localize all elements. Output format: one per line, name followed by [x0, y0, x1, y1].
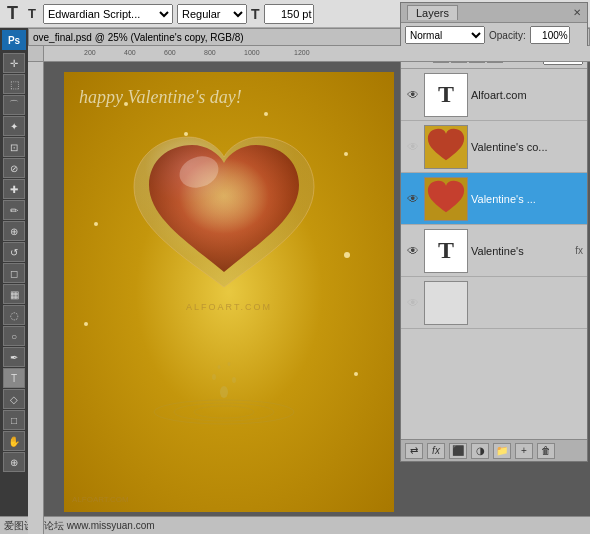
layer-item[interactable]: 👁 [401, 277, 587, 329]
layer-fx-icon: fx [575, 245, 583, 256]
svg-point-5 [212, 374, 216, 380]
font-family-select[interactable]: Edwardian Script... [43, 4, 173, 24]
heal-tool-btn[interactable]: ✚ [3, 179, 25, 199]
layer-thumb-text: T [425, 74, 467, 116]
layers-panel: Layers ✕ Normal Opacity: Lock: ▦ ✏ ✛ 🔒 F… [400, 2, 588, 462]
font-style-select[interactable]: Regular [177, 4, 247, 24]
layer-adjustment-btn[interactable]: ◑ [471, 443, 489, 459]
layers-bottom-toolbar: ⇄ fx ⬛ ◑ 📁 + 🗑 [401, 439, 587, 461]
layer-name: Valentine's co... [471, 141, 583, 153]
layer-item[interactable]: 👁 T Valentine's fx [401, 225, 587, 277]
opacity-input[interactable] [530, 26, 570, 44]
layer-thumb-text: T [425, 230, 467, 272]
layer-thumb-image [425, 126, 467, 168]
layer-thumbnail [424, 281, 468, 325]
brush-tool-btn[interactable]: ✏ [3, 200, 25, 220]
lasso-tool-btn[interactable]: ⌒ [3, 95, 25, 115]
layer-visibility-icon[interactable]: 👁 [405, 243, 421, 259]
layer-link-btn[interactable]: ⇄ [405, 443, 423, 459]
blend-mode-select[interactable]: Normal [405, 26, 485, 44]
gradient-tool-btn[interactable]: ▦ [3, 284, 25, 304]
status-text: 爱图设计论坛 www.missyuan.com [4, 519, 155, 533]
type-tool-btn[interactable]: T [3, 368, 25, 388]
heart-svg [124, 127, 324, 307]
layer-thumb-image [425, 178, 467, 220]
path-tool-btn[interactable]: ◇ [3, 389, 25, 409]
layer-name: Alfoart.com [471, 89, 583, 101]
layer-item[interactable]: 👁 T Alfoart.com [401, 69, 587, 121]
main-area: Ps ✛ ⬚ ⌒ ✦ ⊡ ⊘ ✚ ✏ ⊕ ↺ ◻ ▦ ◌ ○ ✒ T ◇ □ ✋… [0, 28, 590, 534]
layer-visibility-icon[interactable]: 👁 [405, 295, 421, 311]
shape-tool-btn[interactable]: □ [3, 410, 25, 430]
layer-group-btn[interactable]: 📁 [493, 443, 511, 459]
svg-point-3 [194, 406, 254, 418]
layer-mask-btn[interactable]: ⬛ [449, 443, 467, 459]
layer-item[interactable]: 👁 Valentine's co... [401, 121, 587, 173]
pen-tool-btn[interactable]: ✒ [3, 347, 25, 367]
left-toolbar: Ps ✛ ⬚ ⌒ ✦ ⊡ ⊘ ✚ ✏ ⊕ ↺ ◻ ▦ ◌ ○ ✒ T ◇ □ ✋… [0, 28, 28, 534]
eyedropper-tool-btn[interactable]: ⊘ [3, 158, 25, 178]
svg-point-4 [220, 386, 228, 398]
layer-visibility-icon[interactable]: 👁 [405, 139, 421, 155]
move-tool-btn[interactable]: ✛ [3, 53, 25, 73]
magic-wand-tool-btn[interactable]: ✦ [3, 116, 25, 136]
layer-thumbnail: T [424, 229, 468, 273]
layer-thumbnail [424, 125, 468, 169]
watermark-alfoart: ALFOART.COM [186, 302, 272, 312]
eraser-tool-btn[interactable]: ◻ [3, 263, 25, 283]
crop-tool-btn[interactable]: ⊡ [3, 137, 25, 157]
font-size-input[interactable] [264, 4, 314, 24]
ps-logo: Ps [2, 30, 26, 50]
font-size-icon: T [251, 6, 260, 22]
svg-point-6 [232, 377, 236, 383]
select-tool-btn[interactable]: ⬚ [3, 74, 25, 94]
layers-close-btn[interactable]: ✕ [573, 7, 581, 18]
layers-blend-row: Normal Opacity: [405, 26, 583, 44]
dodge-tool-btn[interactable]: ○ [3, 326, 25, 346]
svg-point-8 [228, 362, 231, 366]
blur-tool-btn[interactable]: ◌ [3, 305, 25, 325]
layers-titlebar: Layers ✕ [401, 3, 587, 23]
layer-name-selected: Valentine's ... [471, 193, 583, 205]
layer-thumbnail: T [424, 73, 468, 117]
history-tool-btn[interactable]: ↺ [3, 242, 25, 262]
svg-point-7 [218, 365, 221, 369]
hand-tool-btn[interactable]: ✋ [3, 431, 25, 451]
ruler-vertical [28, 62, 44, 534]
layer-fx-btn[interactable]: fx [427, 443, 445, 459]
type-tool-icon[interactable]: T [4, 3, 21, 24]
svg-point-1 [154, 400, 294, 424]
opacity-label: Opacity: [489, 30, 526, 41]
layer-item-selected[interactable]: 👁 Valentine's ... [401, 173, 587, 225]
layers-list: 👁 T Alfoart.com 👁 Valentine' [401, 69, 587, 439]
clone-tool-btn[interactable]: ⊕ [3, 221, 25, 241]
layer-name: Valentine's [471, 245, 570, 257]
valentine-background: happy Valentine's day! [64, 72, 394, 512]
zoom-tool-btn[interactable]: ⊕ [3, 452, 25, 472]
ruler-corner [28, 46, 44, 62]
layer-visibility-icon[interactable]: 👁 [405, 191, 421, 207]
layer-visibility-icon[interactable]: 👁 [405, 87, 421, 103]
document-canvas[interactable]: happy Valentine's day! [64, 72, 394, 512]
layer-delete-btn[interactable]: 🗑 [537, 443, 555, 459]
happy-valentine-text: happy Valentine's day! [79, 87, 242, 108]
water-drops-svg [144, 332, 304, 432]
layers-tab[interactable]: Layers [407, 5, 458, 20]
type-size-icon: T [25, 6, 39, 21]
watermark-bottom: ALFOART.COM [72, 495, 129, 504]
ruler-horizontal: 200 400 600 800 1000 1200 [44, 46, 590, 62]
status-bar: 爱图设计论坛 www.missyuan.com [0, 516, 590, 534]
layer-thumbnail [424, 177, 468, 221]
document-title: ove_final.psd @ 25% (Valentine's copy, R… [33, 32, 244, 43]
layer-new-btn[interactable]: + [515, 443, 533, 459]
